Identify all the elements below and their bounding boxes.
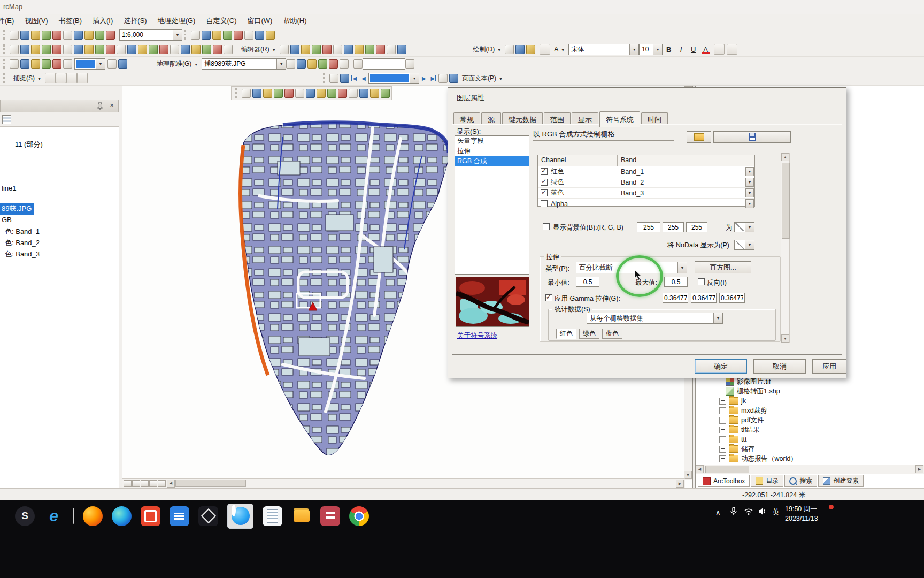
- network-icon[interactable]: [744, 508, 753, 517]
- smooth-icon[interactable]: [317, 89, 326, 98]
- media-app-icon[interactable]: [320, 506, 340, 526]
- scroll-right-icon[interactable]: [676, 480, 684, 488]
- view-link-table-icon[interactable]: [329, 59, 338, 69]
- horizontal-scroll-thumb[interactable]: [175, 480, 246, 487]
- toc-legend-band1[interactable]: 色: Band_1: [5, 227, 40, 237]
- ime-language-indicator[interactable]: 英: [772, 507, 780, 517]
- previous-page-icon[interactable]: [359, 73, 368, 83]
- page-definition-icon[interactable]: [329, 74, 338, 83]
- background-green-input[interactable]: [663, 222, 684, 232]
- font-color-button[interactable]: A: [699, 43, 712, 56]
- midpoint-tool-icon[interactable]: [344, 45, 353, 54]
- marker-symbol-button[interactable]: [540, 44, 550, 55]
- save-symbology-button[interactable]: [713, 131, 791, 143]
- scale-dropdown-icon[interactable]: [173, 30, 182, 40]
- pan-icon[interactable]: [31, 45, 40, 54]
- scroll-down-icon[interactable]: [781, 334, 789, 343]
- expand-icon[interactable]: [719, 436, 726, 443]
- toolbar-grip[interactable]: [3, 30, 7, 40]
- scroll-left-icon[interactable]: [696, 465, 704, 473]
- menu-geoprocessing[interactable]: 地理处理(G): [153, 14, 201, 27]
- toc-legend-band2[interactable]: 色: Band_2: [5, 238, 40, 248]
- list-by-drawing-order-icon[interactable]: [2, 115, 11, 124]
- histogram-button[interactable]: 直方图...: [695, 261, 751, 273]
- menu-windows[interactable]: 窗口(W): [242, 14, 277, 27]
- toc-layer-raster-selected[interactable]: 89获.JPG: [0, 203, 34, 215]
- open-viewer-icon[interactable]: [202, 45, 211, 54]
- point-tool-icon[interactable]: [333, 45, 342, 54]
- edit-annotation-icon[interactable]: [290, 45, 299, 54]
- expand-icon[interactable]: [719, 407, 726, 414]
- underline-button[interactable]: U: [687, 43, 699, 56]
- effects-toolbar-icon[interactable]: [63, 59, 72, 69]
- cut-polygons-icon[interactable]: [355, 45, 364, 54]
- toc-panel-header[interactable]: [0, 100, 119, 112]
- pause-labeling-icon[interactable]: [158, 480, 166, 487]
- blue-channel-checkbox[interactable]: [541, 189, 548, 196]
- georeferencing-layer-combo[interactable]: [202, 58, 286, 70]
- snapping-window-icon[interactable]: [20, 59, 29, 69]
- catalog-folder-mxd[interactable]: mxd裁剪: [719, 406, 767, 415]
- font-dropdown-icon[interactable]: [629, 44, 638, 55]
- font-family-input[interactable]: [569, 44, 629, 55]
- line-color-button[interactable]: [727, 44, 737, 55]
- green-channel-checkbox[interactable]: [541, 179, 548, 186]
- refresh-view-icon[interactable]: [141, 480, 149, 487]
- catalog-folder-tif[interactable]: tif结果: [719, 425, 760, 435]
- max-value-input[interactable]: [664, 277, 688, 287]
- toc-layer-rgb[interactable]: GB: [2, 216, 12, 224]
- georeferencing-value-input[interactable]: [363, 58, 405, 70]
- nodata-color-picker[interactable]: [734, 240, 754, 250]
- gamma-green-input[interactable]: [691, 293, 717, 303]
- topology-toolbar-icon[interactable]: [31, 59, 40, 69]
- endpoint-arc-icon[interactable]: [312, 45, 321, 54]
- identify-icon[interactable]: [127, 45, 136, 54]
- active-app-indicator[interactable]: [227, 504, 253, 529]
- cut-icon[interactable]: [52, 31, 61, 40]
- table-row[interactable]: 蓝色 Band_3: [538, 188, 754, 199]
- edge-snapping-icon[interactable]: [77, 73, 88, 83]
- rotate-tool-icon[interactable]: [376, 45, 385, 54]
- font-family-combo[interactable]: [568, 44, 639, 55]
- black-cube-app-icon[interactable]: [198, 506, 218, 526]
- notepad-icon[interactable]: [263, 506, 282, 526]
- italic-button[interactable]: I: [675, 43, 687, 56]
- table-of-contents-icon[interactable]: [202, 31, 211, 40]
- trim-icon[interactable]: [274, 89, 283, 98]
- page-dropdown-icon[interactable]: [410, 73, 419, 83]
- georeferencing-layer-dropdown-icon[interactable]: [276, 59, 286, 69]
- bold-button[interactable]: B: [663, 43, 675, 56]
- table-row[interactable]: 绿色 Band_2: [538, 177, 754, 188]
- first-page-icon[interactable]: [349, 73, 359, 83]
- pause-drawing-icon[interactable]: [149, 480, 157, 487]
- select-elements-icon[interactable]: [117, 45, 126, 54]
- last-page-icon[interactable]: [429, 73, 438, 83]
- delete-link-icon[interactable]: [318, 59, 327, 69]
- scroll-down-icon[interactable]: [684, 471, 692, 479]
- expand-icon[interactable]: [719, 417, 726, 424]
- background-blue-input[interactable]: [686, 222, 707, 232]
- find-icon[interactable]: [170, 45, 179, 54]
- red-channel-checkbox[interactable]: [541, 168, 548, 175]
- catalog-folder-ttt[interactable]: ttt: [719, 435, 746, 444]
- red-cube-app-icon[interactable]: [141, 506, 160, 526]
- next-page-icon[interactable]: [419, 73, 429, 83]
- find-route-icon[interactable]: [181, 45, 190, 54]
- toolbar-options-icon[interactable]: [266, 31, 275, 40]
- file-explorer-folder-icon[interactable]: [291, 506, 311, 526]
- zoom-in-icon[interactable]: [10, 45, 19, 54]
- html-popup-icon[interactable]: [149, 45, 158, 54]
- generalize-icon[interactable]: [306, 89, 315, 98]
- select-graphics-icon[interactable]: [505, 45, 514, 54]
- attributes-window-icon[interactable]: [387, 45, 396, 54]
- paste-icon[interactable]: [74, 31, 83, 40]
- fixed-zoom-in-icon[interactable]: [52, 45, 61, 54]
- color-dropdown-icon[interactable]: [745, 223, 754, 232]
- catalog-folder-report[interactable]: 动态报告（world）: [719, 454, 797, 463]
- table-row[interactable]: 红色 Band_1: [538, 166, 754, 177]
- expand-icon[interactable]: [719, 455, 726, 462]
- invert-checkbox[interactable]: [698, 278, 705, 285]
- straight-segment-icon[interactable]: [301, 45, 310, 54]
- zoom-100-icon[interactable]: [449, 74, 458, 83]
- select-features-icon[interactable]: [95, 45, 104, 54]
